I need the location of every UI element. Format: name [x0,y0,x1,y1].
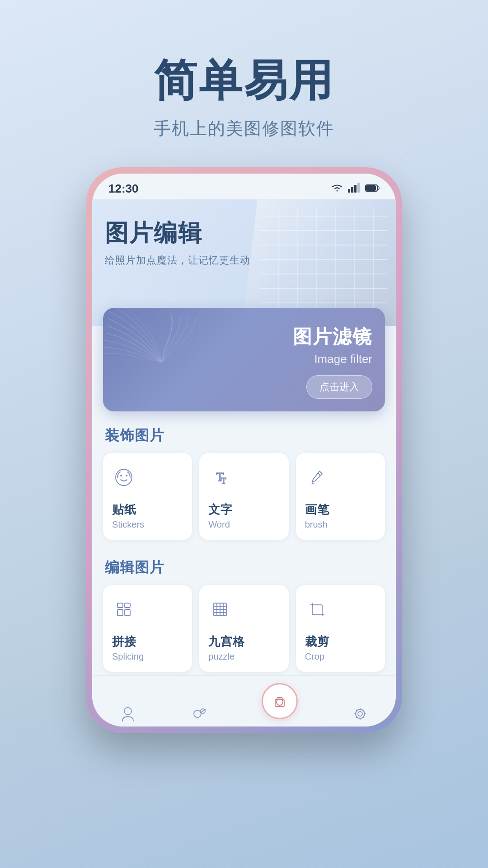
decorate-feature-grid: 贴纸 Stickers T T 文字 Word [92,453,396,543]
banner-desc: 给照片加点魔法，让记忆更生动 [105,254,250,267]
signal-icon [348,183,361,195]
splice-name-en: Splicing [112,651,144,662]
status-time: 12:30 [108,182,139,196]
splice-name-zh: 拼接 [112,634,136,650]
svg-point-8 [126,475,127,476]
feature-card-crop[interactable]: 裁剪 Crop [296,585,385,672]
battery-icon [365,183,380,195]
phone-inner: 12:30 [92,174,396,726]
svg-point-23 [124,708,131,715]
feature-card-brush[interactable]: 画笔 brush [296,453,385,540]
text-name-en: Word [208,519,230,530]
feature-card-sticker[interactable]: 贴纸 Stickers [103,453,192,540]
edit-section-title: 编辑图片 [92,543,396,585]
brush-icon [305,466,328,489]
banner-text: 图片编辑 给照片加点魔法，让记忆更生动 [105,217,250,267]
svg-rect-22 [312,605,322,615]
nav-item-home[interactable] [119,705,137,723]
svg-point-24 [194,710,201,717]
hero-subtitle: 手机上的美图修图软件 [154,117,334,140]
wifi-icon [331,183,343,195]
edit-feature-grid: 拼接 Splicing [92,585,396,675]
sticker-name-en: Stickers [112,519,144,530]
nav-item-settings[interactable] [351,705,369,723]
crop-icon [305,598,328,621]
svg-point-7 [120,475,122,476]
feature-card-puzzle[interactable]: 九宫格 puzzle [199,585,288,672]
filter-card-content: 图片滤镜 Image filter 点击进入 [116,324,372,399]
filter-card-subtitle: Image filter [116,352,372,366]
brush-name-en: brush [305,519,328,530]
sticker-icon [112,466,136,489]
nav-center-camera-button[interactable] [262,683,298,719]
decorate-section-title: 装饰图片 [92,411,396,453]
svg-rect-2 [354,185,357,193]
svg-text:T: T [221,476,226,486]
puzzle-icon [208,598,232,621]
text-name-zh: 文字 [208,502,233,518]
banner-building-details [260,208,387,317]
svg-rect-14 [125,609,130,616]
svg-point-26 [277,699,283,705]
svg-rect-1 [351,187,353,193]
crop-name-zh: 裁剪 [305,634,329,650]
phone-frame: 12:30 [86,167,402,733]
brush-name-zh: 画笔 [305,502,329,518]
svg-rect-3 [357,183,360,193]
bottom-navigation [92,675,396,726]
hero-section: 简单易用 手机上的美图修图软件 [154,54,334,140]
splice-icon [112,598,136,621]
status-bar: 12:30 [92,174,396,199]
feature-card-splice[interactable]: 拼接 Splicing [103,585,192,672]
phone-mockup: 12:30 [86,167,402,733]
hero-title: 简单易用 [154,54,334,106]
svg-point-28 [358,712,362,716]
banner-title: 图片编辑 [105,217,250,249]
svg-rect-12 [125,603,130,608]
puzzle-name-en: puzzle [208,651,235,662]
feature-card-text[interactable]: T T 文字 Word [199,453,288,540]
puzzle-name-zh: 九宫格 [208,634,245,650]
svg-rect-11 [117,603,123,608]
text-icon: T T [208,466,232,489]
svg-rect-0 [348,189,350,193]
filter-card-title: 图片滤镜 [116,324,372,349]
svg-rect-5 [366,186,375,190]
filter-card-button[interactable]: 点击进入 [306,375,372,399]
svg-point-29 [356,709,365,718]
svg-rect-13 [117,609,123,616]
status-icons [331,183,380,195]
app-banner: 图片编辑 给照片加点魔法，让记忆更生动 [92,199,396,326]
crop-name-en: Crop [305,651,324,662]
filter-card[interactable]: 图片滤镜 Image filter 点击进入 [103,308,385,411]
svg-point-6 [116,469,132,486]
nav-item-video[interactable] [190,705,208,723]
sticker-name-zh: 贴纸 [112,502,136,518]
